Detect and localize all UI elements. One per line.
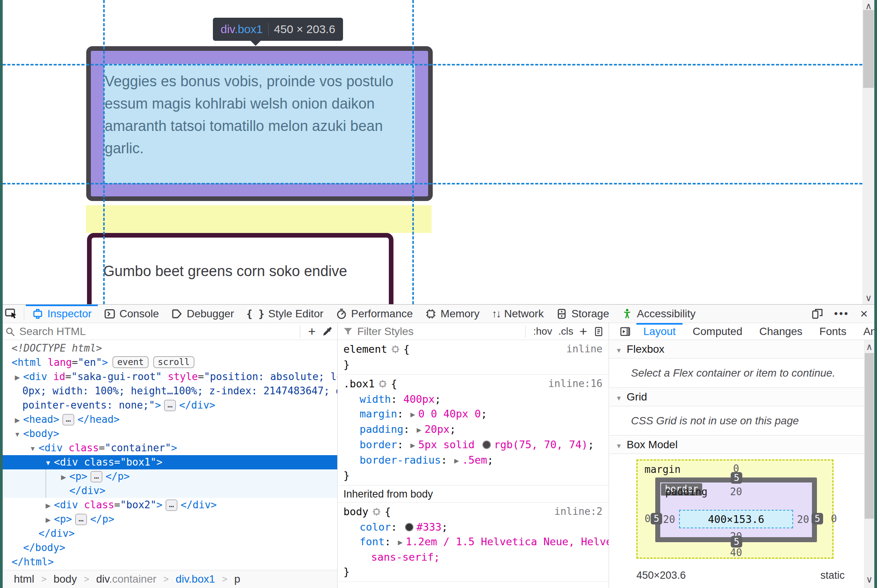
tab-accessibility[interactable]: Accessibility: [615, 305, 701, 323]
close-icon[interactable]: ×: [856, 306, 872, 322]
css-declaration[interactable]: margin: ▶0 0 40px 0;: [338, 407, 609, 422]
class-list-button[interactable]: .cls: [558, 325, 573, 337]
tab-inspector[interactable]: Inspector: [26, 305, 98, 323]
tree-row[interactable]: ▶<div id="saka-gui-root" style="position…: [0, 370, 337, 384]
scrollbar-down-icon[interactable]: ∨: [864, 575, 875, 584]
flexbox-section-header[interactable]: ▼Flexbox: [609, 340, 877, 358]
tab-memory[interactable]: Memory: [419, 305, 485, 323]
tree-row[interactable]: </div>: [0, 484, 337, 498]
tree-row[interactable]: ▶<p>…</p>: [0, 469, 337, 484]
margin-bottom-value[interactable]: 40: [725, 547, 748, 558]
sidebar-tab-animati[interactable]: Animati: [855, 323, 877, 340]
selector-highlighter-icon[interactable]: [372, 505, 381, 520]
tab-console[interactable]: Console: [98, 305, 165, 323]
value-expander-icon[interactable]: ▶: [410, 438, 415, 453]
pick-element-button[interactable]: [0, 305, 22, 323]
selector-highlighter-icon[interactable]: [378, 377, 387, 392]
css-declaration[interactable]: border: ▶5px solid rgb(75, 70, 74);: [338, 437, 609, 453]
page-scrollbar-thumb[interactable]: [863, 10, 874, 88]
add-rule-button[interactable]: +: [579, 324, 587, 339]
tree-row[interactable]: <html lang="en">eventscroll: [0, 355, 337, 370]
twisty-collapsed-icon[interactable]: ▶: [42, 513, 54, 527]
padding-top-value[interactable]: 20: [725, 486, 748, 498]
css-declaration[interactable]: border-radius: ▶.5em;: [338, 453, 609, 468]
value-expander-icon[interactable]: ▶: [410, 407, 415, 422]
tree-row[interactable]: ▶<p>…</p>: [0, 512, 337, 526]
tab-style-editor[interactable]: { }Style Editor: [240, 305, 330, 323]
tree-row[interactable]: </div>: [0, 526, 337, 541]
twisty-expanded-icon[interactable]: ▼: [27, 442, 38, 456]
border-top-value[interactable]: 5: [731, 472, 742, 484]
search-input[interactable]: Search HTML: [19, 325, 86, 338]
breadcrumb-item[interactable]: p: [234, 573, 241, 585]
print-styles-icon[interactable]: [593, 326, 604, 337]
inline-ellipsis-button[interactable]: …: [62, 414, 74, 426]
boxmodel-section-header[interactable]: ▼Box Model: [609, 436, 877, 454]
scrollbar-up-icon[interactable]: ∧: [864, 342, 875, 352]
stylesheet-link[interactable]: inline:16: [548, 378, 603, 389]
tree-row[interactable]: </body>: [0, 541, 337, 555]
add-node-button[interactable]: +: [308, 324, 316, 339]
sidebar-toggle-button[interactable]: [614, 326, 635, 337]
content-box[interactable]: 400×153.6: [679, 510, 793, 528]
twisty-expanded-icon[interactable]: ▼: [42, 456, 54, 470]
inline-ellipsis-button[interactable]: …: [75, 514, 87, 525]
node-badge[interactable]: scroll: [153, 356, 194, 368]
tree-row[interactable]: ▼<div class="container">: [0, 441, 337, 455]
css-declaration[interactable]: width: 400px;: [338, 392, 609, 407]
sidebar-scrollbar[interactable]: ∧ ∨: [864, 340, 875, 588]
tab-network[interactable]: ↑↓Network: [485, 305, 550, 323]
color-swatch[interactable]: [482, 441, 491, 449]
node-badge[interactable]: event: [112, 356, 148, 368]
twisty-expanded-icon[interactable]: ▼: [12, 427, 23, 442]
scrollbar-down-icon[interactable]: ∨: [862, 293, 875, 303]
inline-ellipsis-button[interactable]: …: [164, 400, 176, 411]
stylesheet-link[interactable]: inline:2: [554, 506, 603, 517]
tree-row[interactable]: ▼<div class="box1">: [0, 455, 337, 469]
twisty-collapsed-icon[interactable]: ▶: [42, 499, 54, 513]
meatball-menu-icon[interactable]: •••: [830, 306, 853, 322]
tree-row[interactable]: ▶<head>…</head>: [0, 412, 337, 427]
sidebar-tab-computed[interactable]: Computed: [684, 323, 751, 340]
twisty-collapsed-icon[interactable]: ▶: [12, 370, 23, 385]
tree-row[interactable]: 0px; width: 100%; height…100%; z-index: …: [0, 384, 337, 398]
grid-section-header[interactable]: ▼Grid: [609, 388, 877, 406]
value-expander-icon[interactable]: ▶: [454, 454, 459, 468]
tab-performance[interactable]: Performance: [330, 305, 419, 323]
css-declaration[interactable]: font: ▶1.2em / 1.5 Helvetica Neue, Helve…: [338, 534, 609, 550]
tree-row[interactable]: </html>: [0, 555, 337, 569]
css-declaration[interactable]: color: #333;: [338, 520, 609, 534]
filter-styles-input[interactable]: Filter Styles: [357, 325, 413, 338]
twisty-collapsed-icon[interactable]: ▶: [12, 413, 23, 427]
tree-row[interactable]: <!DOCTYPE html>: [0, 341, 337, 355]
margin-right-value[interactable]: 0: [814, 513, 837, 524]
breadcrumb-item[interactable]: div.container: [96, 573, 157, 585]
inline-ellipsis-button[interactable]: …: [166, 499, 177, 511]
scrollbar-up-icon[interactable]: ∧: [862, 2, 875, 11]
sidebar-tab-layout[interactable]: Layout: [635, 323, 684, 340]
padding-left-value[interactable]: 20: [658, 514, 681, 525]
pseudo-class-button[interactable]: :hov: [533, 325, 552, 337]
page-scrollbar[interactable]: ∧ ∨: [862, 0, 875, 304]
sidebar-tab-fonts[interactable]: Fonts: [811, 323, 855, 340]
value-expander-icon[interactable]: ▶: [398, 535, 403, 550]
eyedropper-icon[interactable]: [322, 326, 333, 337]
padding-right-value[interactable]: 20: [792, 514, 815, 525]
sidebar-tab-changes[interactable]: Changes: [751, 323, 811, 340]
tab-debugger[interactable]: Debugger: [165, 305, 240, 323]
breadcrumb-item[interactable]: div.box1: [176, 573, 215, 585]
inline-ellipsis-button[interactable]: …: [90, 471, 102, 482]
tree-row[interactable]: ▶<div class="box2">…</div>: [0, 498, 337, 512]
selector-highlighter-icon[interactable]: [391, 343, 400, 357]
color-swatch[interactable]: [405, 523, 413, 531]
breadcrumb-item[interactable]: html: [14, 573, 34, 585]
border-bottom-value[interactable]: 5: [731, 536, 742, 548]
breadcrumb-item[interactable]: body: [54, 573, 77, 585]
tree-row[interactable]: pointer-events: none;">…</div>: [0, 398, 337, 412]
css-declaration[interactable]: padding: ▶20px;: [338, 422, 609, 437]
tab-storage[interactable]: Storage: [550, 305, 615, 323]
sidebar-scrollbar-thumb[interactable]: [865, 353, 874, 519]
stylesheet-link[interactable]: inline: [566, 343, 603, 355]
responsive-design-button[interactable]: [807, 306, 827, 322]
twisty-collapsed-icon[interactable]: ▶: [58, 470, 69, 484]
